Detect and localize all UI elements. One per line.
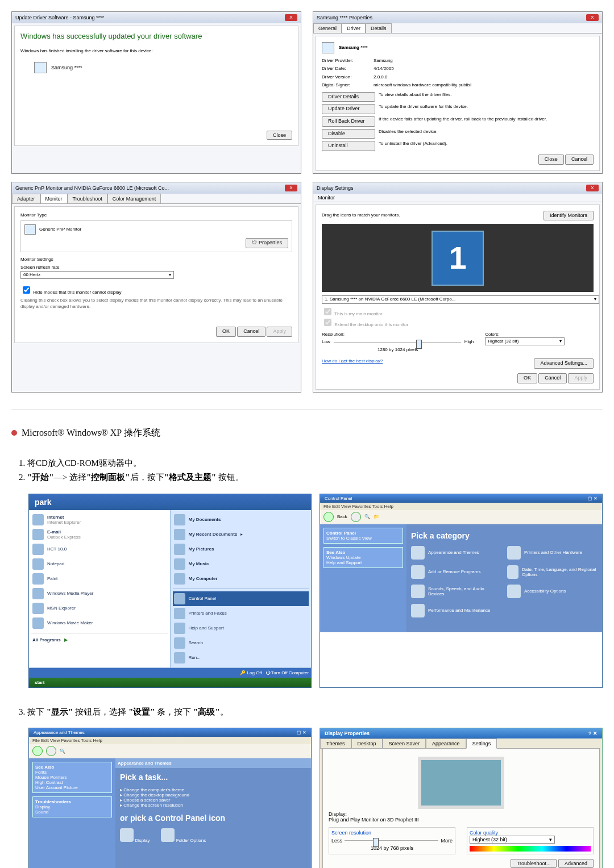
- tab-monitor[interactable]: Monitor: [40, 194, 68, 203]
- search-icon[interactable]: 🔍: [60, 749, 65, 754]
- close-icon[interactable]: X: [586, 185, 599, 191]
- tab-adapter[interactable]: Adapter: [12, 194, 40, 203]
- cat-addremove[interactable]: Add or Remove Programs: [411, 565, 501, 579]
- start-run[interactable]: Run...: [173, 650, 309, 665]
- side-display[interactable]: Display: [35, 804, 50, 809]
- cat-appearance[interactable]: Appearance and Themes: [411, 546, 501, 560]
- close-icon[interactable]: X: [586, 14, 599, 21]
- ok-button[interactable]: OK: [216, 327, 236, 337]
- properties-button[interactable]: 🛡 Properties: [246, 238, 288, 248]
- start-search[interactable]: Search: [173, 636, 309, 650]
- resolution-slider[interactable]: [345, 840, 438, 844]
- tab-driver[interactable]: Driver: [342, 23, 366, 33]
- start-all-programs[interactable]: All Programs ▶: [31, 636, 168, 644]
- apply-button[interactable]: Apply: [267, 327, 292, 337]
- resolution-slider[interactable]: [334, 342, 461, 346]
- tab-troubleshoot[interactable]: Troubleshoot: [68, 194, 107, 203]
- start-item-wmm[interactable]: Windows Movie Maker: [31, 616, 168, 631]
- menubar[interactable]: File Edit View Favorites Tools Help: [29, 737, 311, 744]
- start-music[interactable]: My Music: [173, 557, 309, 571]
- cat-access[interactable]: Accessibility Options: [507, 585, 598, 598]
- update-driver-button[interactable]: Update Driver: [322, 104, 375, 114]
- side-mouse[interactable]: Mouse Pointers: [35, 775, 67, 780]
- turnoff-button[interactable]: ⏻ Turn Off Computer: [265, 670, 309, 675]
- monitor-1[interactable]: 1: [432, 231, 483, 286]
- display-selector-dropdown[interactable]: 1. Samsung **** on NVIDIA GeForce 6600 L…: [322, 295, 599, 303]
- cat-date[interactable]: Date, Time, Language, and Regional Optio…: [507, 565, 598, 579]
- hide-modes-checkbox[interactable]: [23, 286, 30, 294]
- forward-icon[interactable]: [351, 512, 361, 522]
- advanced-settings-button[interactable]: Advanced Settings...: [534, 358, 594, 369]
- close-icon[interactable]: X: [285, 14, 297, 21]
- rollback-driver-button[interactable]: Roll Back Driver: [322, 116, 375, 127]
- start-item-paint[interactable]: Paint: [31, 571, 168, 586]
- window-controls[interactable]: ▢ ✕: [297, 730, 306, 735]
- apply-button[interactable]: Apply: [568, 373, 594, 383]
- driver-details-button[interactable]: Driver Details: [322, 92, 375, 102]
- identify-monitors-button[interactable]: Identify Monitors: [544, 211, 594, 221]
- task-res[interactable]: ▸ Change the screen resolution: [120, 803, 306, 808]
- colors-dropdown[interactable]: Highest (32 bit) ▾: [485, 337, 565, 345]
- folders-icon[interactable]: 📁: [374, 514, 379, 519]
- refresh-rate-dropdown[interactable]: 60 Hertz ▾: [20, 271, 174, 279]
- best-display-link[interactable]: How do I get the best display?: [322, 358, 383, 369]
- start-item-wmp[interactable]: Windows Media Player: [31, 586, 168, 601]
- cat-printers[interactable]: Printers and Other Hardware: [507, 546, 598, 560]
- tab-color[interactable]: Color Management: [107, 194, 161, 203]
- cancel-button[interactable]: Cancel: [237, 327, 265, 337]
- window-controls[interactable]: ▢ ✕: [588, 496, 598, 501]
- back-icon[interactable]: [323, 512, 334, 522]
- task-theme[interactable]: ▸ Change the computer's theme: [120, 787, 306, 792]
- start-item-notepad[interactable]: Notepad: [31, 557, 168, 571]
- disable-button[interactable]: Disable: [322, 129, 375, 139]
- close-button[interactable]: Close: [267, 131, 292, 140]
- forward-icon[interactable]: [46, 746, 56, 756]
- help-support-link[interactable]: Help and Support: [326, 560, 362, 565]
- ok-button[interactable]: OK: [517, 373, 537, 383]
- search-icon[interactable]: 🔍: [364, 514, 370, 519]
- tab-general[interactable]: General: [313, 23, 342, 33]
- tab-screensaver[interactable]: Screen Saver: [383, 738, 426, 749]
- tab-desktop[interactable]: Desktop: [351, 738, 383, 749]
- cancel-button[interactable]: Cancel: [565, 155, 594, 165]
- close-icon[interactable]: X: [285, 185, 297, 191]
- side-hc[interactable]: High Contrast: [35, 780, 63, 785]
- task-bg[interactable]: ▸ Change the desktop background: [120, 792, 306, 798]
- start-item-email[interactable]: E-mailOutlook Express: [31, 527, 168, 542]
- task-ss[interactable]: ▸ Choose a screen saver: [120, 798, 306, 803]
- cat-sound[interactable]: Sounds, Speech, and Audio Devices: [411, 585, 501, 598]
- start-control-panel[interactable]: Control Panel: [173, 591, 309, 606]
- start-item-ie[interactable]: InternetInternet Explorer: [31, 512, 168, 527]
- color-quality-dropdown[interactable]: Highest (32 bit) ▾: [470, 836, 555, 844]
- switch-classic-link[interactable]: Switch to Classic View: [326, 536, 372, 541]
- uninstall-button[interactable]: Uninstall: [322, 141, 375, 151]
- start-printers[interactable]: Printers and Faxes: [173, 606, 309, 621]
- tab-details[interactable]: Details: [366, 23, 392, 33]
- troubleshoot-button[interactable]: Troubleshoot...: [511, 859, 557, 868]
- menubar[interactable]: File Edit View Favorites Tools Help: [320, 503, 602, 510]
- advanced-button[interactable]: Advanced: [558, 859, 594, 868]
- side-ua[interactable]: User Account Picture: [35, 785, 78, 790]
- cat-perf[interactable]: Performance and Maintenance: [411, 604, 501, 617]
- start-button[interactable]: start: [29, 678, 311, 687]
- start-help[interactable]: Help and Support: [173, 621, 309, 636]
- side-fonts[interactable]: Fonts: [35, 770, 47, 775]
- tab-appearance[interactable]: Appearance: [426, 738, 466, 749]
- icon-folder-options[interactable]: Folder Options: [161, 828, 206, 843]
- windows-update-link[interactable]: Windows Update: [326, 555, 360, 560]
- close-button[interactable]: Close: [538, 155, 564, 165]
- start-item-msn[interactable]: MSN Explorer: [31, 601, 168, 616]
- start-pictures[interactable]: My Pictures: [173, 542, 309, 557]
- side-sound[interactable]: Sound: [35, 809, 48, 815]
- start-item-hct[interactable]: HCT 10.0: [31, 542, 168, 557]
- icon-display[interactable]: Display: [120, 828, 150, 843]
- start-mydocs[interactable]: My Documents: [173, 512, 309, 527]
- logoff-button[interactable]: 🔑 Log Off: [240, 670, 262, 675]
- cancel-button[interactable]: Cancel: [538, 373, 567, 383]
- tab-themes[interactable]: Themes: [320, 738, 351, 749]
- back-icon[interactable]: [32, 746, 43, 756]
- tab-settings[interactable]: Settings: [466, 738, 497, 749]
- monitor-arrangement[interactable]: 1: [322, 224, 594, 292]
- start-computer[interactable]: My Computer: [173, 571, 309, 586]
- window-controls[interactable]: ? ✕: [588, 731, 598, 736]
